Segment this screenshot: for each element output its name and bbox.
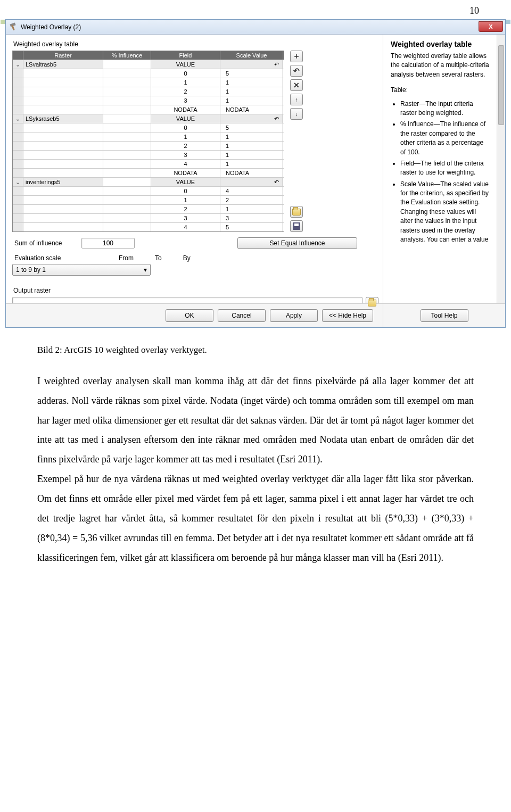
help-bullet: Scale Value—The scaled value for the cri…: [400, 180, 489, 245]
by-label: By: [183, 254, 191, 262]
table-header: Raster % Influence Field Scale Value: [13, 51, 284, 60]
overlay-table[interactable]: Raster % Influence Field Scale Value ⌄LS…: [12, 51, 284, 232]
help-bullet: Raster—The input criteria raster being w…: [400, 100, 489, 118]
remove-button[interactable]: ✕: [290, 79, 303, 91]
hammer-icon: [9, 23, 18, 31]
table-row[interactable]: ⌄LSyksraseb5VALUE↶: [13, 114, 284, 123]
help-bullet: % Influence—The influence of the raster …: [400, 120, 489, 157]
ok-button[interactable]: OK: [166, 309, 213, 322]
table-row[interactable]: 04: [13, 186, 284, 195]
help-bullets: Raster—The input criteria raster being w…: [400, 100, 489, 245]
table-row[interactable]: 11: [13, 132, 284, 141]
table-row[interactable]: 12: [13, 195, 284, 204]
help-bullet: Field—The field of the criteria raster t…: [400, 159, 489, 178]
table-row[interactable]: 05: [13, 123, 284, 132]
eval-scale-dropdown[interactable]: 1 to 9 by 1 ▾: [12, 264, 151, 276]
move-up-button[interactable]: ↑: [290, 94, 303, 105]
body-paragraph-2: Exempel på hur de nya värdena räknas ut …: [37, 469, 474, 567]
header-raster: Raster: [23, 51, 103, 60]
table-row[interactable]: 31: [13, 96, 284, 105]
eval-scale-label: Evaluation scale: [12, 254, 76, 262]
hide-help-button[interactable]: << Hide Help: [322, 309, 373, 322]
table-row[interactable]: ⌄LSvaltrasb5VALUE↶: [13, 60, 284, 69]
table-label: Weighted overlay table: [13, 40, 378, 48]
weighted-overlay-dialog: Weighted Overlay (2) X Weighted overlay …: [5, 19, 506, 328]
folder-icon: [292, 209, 301, 216]
table-row[interactable]: 05: [13, 69, 284, 78]
tool-help-button[interactable]: Tool Help: [421, 309, 468, 322]
close-button[interactable]: X: [479, 21, 503, 32]
floppy-icon: [293, 222, 300, 230]
help-pane: Weighted overlay table The weighted over…: [383, 35, 505, 303]
window-title: Weighted Overlay (2): [21, 23, 81, 31]
table-row[interactable]: 21: [13, 141, 284, 150]
header-influence: % Influence: [103, 51, 151, 60]
table-row[interactable]: NODATANODATA: [13, 105, 284, 114]
scrollbar[interactable]: [497, 35, 505, 303]
from-label: From: [119, 254, 134, 262]
table-row[interactable]: 21: [13, 87, 284, 96]
sum-label: Sum of influence: [12, 239, 76, 247]
table-row[interactable]: 31: [13, 150, 284, 159]
help-intro: The weighted overlay table allows the ca…: [391, 52, 489, 79]
move-down-button[interactable]: ↓: [290, 108, 303, 120]
apply-button[interactable]: Apply: [270, 309, 318, 322]
cancel-button[interactable]: Cancel: [218, 309, 266, 322]
figure-caption: Bild 2: ArcGIS 10 weighted overlay verkt…: [37, 344, 474, 357]
body-paragraph-1: I weighted overlay analysen skall man ko…: [37, 371, 474, 469]
table-row[interactable]: 33: [13, 213, 284, 222]
eval-scale-value: 1 to 9 by 1: [16, 266, 46, 274]
reset-button[interactable]: ↶: [290, 65, 303, 77]
open-button[interactable]: [290, 206, 303, 218]
set-equal-button[interactable]: Set Equal Influence: [237, 237, 357, 249]
table-row[interactable]: 41: [13, 159, 284, 168]
add-button[interactable]: ＋: [290, 51, 303, 62]
save-button[interactable]: [290, 220, 303, 232]
table-row[interactable]: 11: [13, 78, 284, 87]
chevron-down-icon: ▾: [144, 266, 147, 274]
folder-icon: [368, 300, 376, 306]
page-number: 10: [0, 0, 511, 19]
header-field: Field: [151, 51, 220, 60]
titlebar[interactable]: Weighted Overlay (2) X: [6, 20, 505, 35]
header-scale: Scale Value: [220, 51, 283, 60]
help-title: Weighted overlay table: [383, 35, 497, 52]
sum-input[interactable]: 100: [81, 238, 135, 248]
table-row[interactable]: 45: [13, 222, 284, 231]
to-label: To: [155, 254, 162, 262]
output-label: Output raster: [13, 287, 378, 294]
table-row[interactable]: ⌄inventerings5VALUE↶: [13, 177, 284, 186]
left-pane: Weighted overlay table Raster % Influenc…: [6, 35, 383, 303]
help-table-label: Table:: [391, 86, 489, 95]
table-row[interactable]: NODATANODATA: [13, 168, 284, 177]
table-row[interactable]: 21: [13, 204, 284, 213]
document-text: Bild 2: ArcGIS 10 weighted overlay verkt…: [0, 328, 511, 589]
